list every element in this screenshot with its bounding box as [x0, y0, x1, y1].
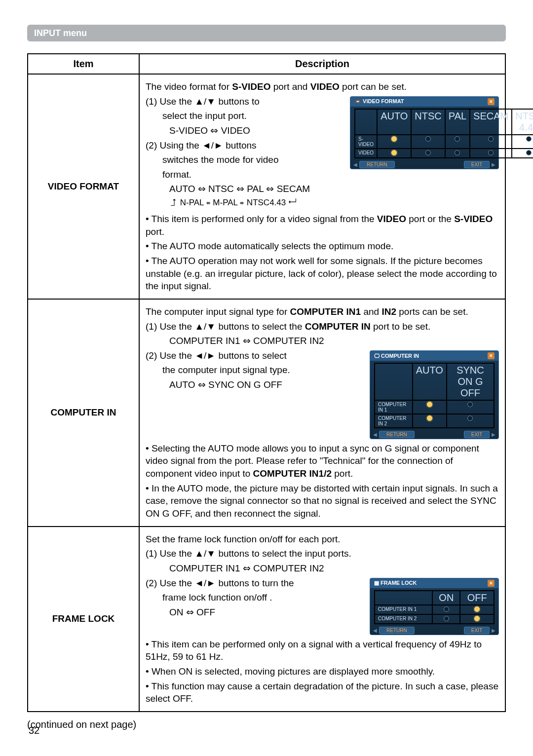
text: • Selecting the AUTO mode allows you to … [146, 442, 499, 480]
text: • This function may cause a certain degr… [146, 680, 499, 705]
close-icon: ✕ [488, 580, 495, 587]
item-label: VIDEO FORMAT [28, 74, 139, 299]
osd-frame-lock: ▦ FRAME LOCK✕ ONOFF COMPUTER IN 1 COMPUT… [370, 578, 499, 635]
osd-video-format: 📼 VIDEO FORMAT✕ AUTONTSCPALSECAMNTSC 4.4… [350, 96, 499, 169]
text: The video format for S-VIDEO port and VI… [146, 80, 499, 93]
item-desc: The video format for S-VIDEO port and VI… [139, 74, 505, 299]
text: • In the AUTO mode, the picture may be d… [146, 482, 499, 520]
item-label: COMPUTER IN [28, 299, 139, 527]
text: AUTO ⇔ NTSC ⇔ PAL ⇔ SECAM [146, 183, 499, 195]
table-row: FRAME LOCK Set the frame lock function o… [28, 527, 505, 712]
header-desc: Description [139, 54, 505, 74]
text: • This item is performed only for a vide… [146, 213, 499, 238]
item-desc: Set the frame lock function on/off for e… [139, 527, 505, 712]
text: format. [146, 168, 499, 181]
text: Set the frame lock function on/off for e… [146, 533, 499, 546]
menu-title: INPUT menu [34, 28, 87, 38]
osd-computer-in: 🖵 COMPUTER IN✕ AUTOSYNC ON G OFF COMPUTE… [370, 350, 499, 439]
text: • This item can be performed only on a s… [146, 638, 499, 663]
loop-up-icon: ⮥ [169, 198, 178, 207]
item-label: FRAME LOCK [28, 527, 139, 712]
text: ⮥ N-PAL ⇔ M-PAL ⇔ NTSC4.43 ⮠ [146, 197, 499, 209]
text: (1) Use the ▲/▼ buttons to select the in… [146, 547, 499, 560]
menu-bar: INPUT menu [27, 25, 506, 41]
table-row: COMPUTER IN The computer input signal ty… [28, 299, 505, 527]
continued-text: (continued on next page) [27, 719, 506, 730]
text: COMPUTER IN1 ⇔ COMPUTER IN2 [146, 335, 499, 347]
close-icon: ✕ [488, 98, 495, 105]
page-number: 32 [29, 725, 39, 736]
text: (1) Use the ▲/▼ buttons to select the CO… [146, 320, 499, 333]
item-desc: The computer input signal type for COMPU… [139, 299, 505, 527]
text: • The AUTO operation may not work well f… [146, 255, 499, 293]
text: COMPUTER IN1 ⇔ COMPUTER IN2 [146, 562, 499, 575]
table-row: VIDEO FORMAT The video format for S-VIDE… [28, 74, 505, 299]
close-icon: ✕ [488, 352, 495, 359]
settings-table: Item Description VIDEO FORMAT The video … [27, 53, 506, 712]
text: The computer input signal type for COMPU… [146, 305, 499, 318]
loop-down-icon: ⮠ [288, 198, 297, 207]
header-item: Item [28, 54, 139, 74]
text: • The AUTO mode automatically selects th… [146, 240, 499, 253]
text: • When ON is selected, moving pictures a… [146, 665, 499, 678]
